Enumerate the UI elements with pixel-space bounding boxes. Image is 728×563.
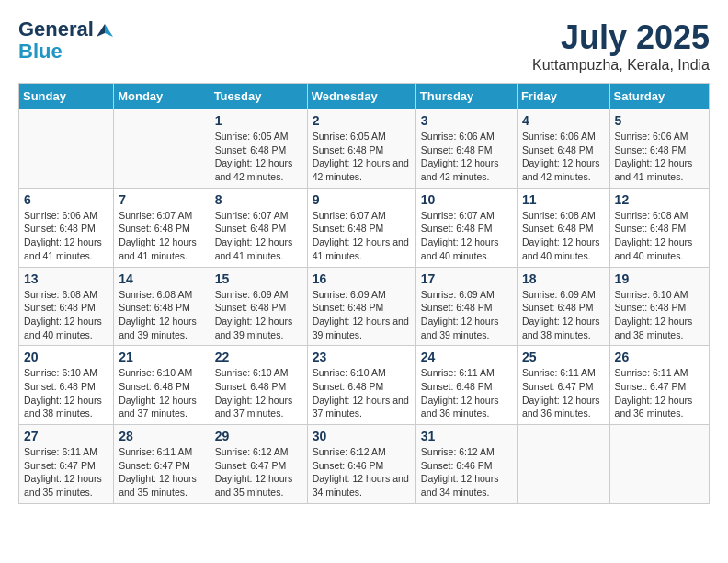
day-number: 25 [522,350,605,364]
day-info: Sunrise: 6:12 AM Sunset: 6:47 PM Dayligh… [215,445,302,500]
table-row: 8Sunrise: 6:07 AM Sunset: 6:48 PM Daylig… [210,188,307,267]
table-row: 23Sunrise: 6:10 AM Sunset: 6:48 PM Dayli… [307,346,415,425]
day-number: 31 [421,429,512,443]
day-info: Sunrise: 6:07 AM Sunset: 6:48 PM Dayligh… [421,209,512,263]
day-info: Sunrise: 6:06 AM Sunset: 6:48 PM Dayligh… [522,130,605,184]
table-row: 26Sunrise: 6:11 AM Sunset: 6:47 PM Dayli… [609,346,709,425]
day-info: Sunrise: 6:11 AM Sunset: 6:47 PM Dayligh… [615,366,704,420]
day-info: Sunrise: 6:06 AM Sunset: 6:48 PM Dayligh… [615,130,704,184]
calendar-header-row: Sunday Monday Tuesday Wednesday Thursday… [19,84,710,109]
col-thursday: Thursday [415,84,517,109]
table-row: 9Sunrise: 6:07 AM Sunset: 6:48 PM Daylig… [307,188,415,267]
table-row: 29Sunrise: 6:12 AM Sunset: 6:47 PM Dayli… [210,425,307,504]
table-row [517,425,609,504]
day-number: 24 [421,350,512,364]
table-row: 24Sunrise: 6:11 AM Sunset: 6:48 PM Dayli… [415,346,517,425]
table-row: 20Sunrise: 6:10 AM Sunset: 6:48 PM Dayli… [19,346,114,425]
month-year-title: July 2025 [532,18,710,57]
day-info: Sunrise: 6:05 AM Sunset: 6:48 PM Dayligh… [215,130,302,184]
day-number: 15 [215,271,302,286]
day-number: 4 [522,113,605,128]
day-info: Sunrise: 6:12 AM Sunset: 6:46 PM Dayligh… [313,445,411,500]
table-row [19,109,114,189]
svg-marker-0 [105,24,113,37]
table-row: 18Sunrise: 6:09 AM Sunset: 6:48 PM Dayli… [517,267,609,346]
table-row: 5Sunrise: 6:06 AM Sunset: 6:48 PM Daylig… [609,109,709,189]
day-info: Sunrise: 6:10 AM Sunset: 6:48 PM Dayligh… [615,288,704,342]
table-row: 2Sunrise: 6:05 AM Sunset: 6:48 PM Daylig… [307,109,415,189]
table-row: 22Sunrise: 6:10 AM Sunset: 6:48 PM Dayli… [210,346,307,425]
day-number: 23 [313,350,411,364]
table-row: 10Sunrise: 6:07 AM Sunset: 6:48 PM Dayli… [415,188,517,267]
col-wednesday: Wednesday [307,84,415,109]
calendar-week-row: 6Sunrise: 6:06 AM Sunset: 6:48 PM Daylig… [19,188,710,267]
table-row: 31Sunrise: 6:12 AM Sunset: 6:46 PM Dayli… [415,425,517,504]
logo-blue-text: Blue [18,40,114,63]
table-row: 21Sunrise: 6:10 AM Sunset: 6:48 PM Dayli… [114,346,210,425]
col-friday: Friday [517,84,609,109]
table-row: 27Sunrise: 6:11 AM Sunset: 6:47 PM Dayli… [19,425,114,504]
day-info: Sunrise: 6:08 AM Sunset: 6:48 PM Dayligh… [119,288,204,342]
day-number: 19 [615,271,704,286]
day-info: Sunrise: 6:11 AM Sunset: 6:48 PM Dayligh… [421,366,512,420]
day-number: 3 [421,113,512,128]
logo-text: General [18,18,114,40]
table-row: 19Sunrise: 6:10 AM Sunset: 6:48 PM Dayli… [609,267,709,346]
day-info: Sunrise: 6:07 AM Sunset: 6:48 PM Dayligh… [215,209,302,263]
day-info: Sunrise: 6:09 AM Sunset: 6:48 PM Dayligh… [421,288,512,342]
day-info: Sunrise: 6:05 AM Sunset: 6:48 PM Dayligh… [313,130,411,184]
page-header: General Blue July 2025 Kuttampuzha, Kera… [18,18,710,74]
col-monday: Monday [114,84,210,109]
calendar-table: Sunday Monday Tuesday Wednesday Thursday… [18,83,710,504]
day-number: 14 [119,271,204,286]
calendar-week-row: 1Sunrise: 6:05 AM Sunset: 6:48 PM Daylig… [19,109,710,189]
location-subtitle: Kuttampuzha, Kerala, India [532,57,710,74]
day-number: 1 [215,113,302,128]
table-row: 12Sunrise: 6:08 AM Sunset: 6:48 PM Dayli… [609,188,709,267]
day-number: 2 [313,113,411,128]
day-number: 26 [615,350,704,364]
day-info: Sunrise: 6:08 AM Sunset: 6:48 PM Dayligh… [24,288,108,342]
calendar-week-row: 27Sunrise: 6:11 AM Sunset: 6:47 PM Dayli… [19,425,710,504]
title-block: July 2025 Kuttampuzha, Kerala, India [532,18,710,74]
table-row: 28Sunrise: 6:11 AM Sunset: 6:47 PM Dayli… [114,425,210,504]
day-info: Sunrise: 6:07 AM Sunset: 6:48 PM Dayligh… [313,209,411,263]
day-number: 21 [119,350,204,364]
day-number: 6 [24,192,108,207]
table-row: 16Sunrise: 6:09 AM Sunset: 6:48 PM Dayli… [307,267,415,346]
table-row: 25Sunrise: 6:11 AM Sunset: 6:47 PM Dayli… [517,346,609,425]
day-number: 27 [24,429,108,443]
day-info: Sunrise: 6:12 AM Sunset: 6:46 PM Dayligh… [421,445,512,500]
table-row: 4Sunrise: 6:06 AM Sunset: 6:48 PM Daylig… [517,109,609,189]
table-row [114,109,210,189]
svg-marker-1 [97,24,105,37]
col-tuesday: Tuesday [210,84,307,109]
day-number: 29 [215,429,302,443]
day-number: 20 [24,350,108,364]
logo-sail-icon [96,22,114,39]
table-row: 3Sunrise: 6:06 AM Sunset: 6:48 PM Daylig… [415,109,517,189]
table-row: 6Sunrise: 6:06 AM Sunset: 6:48 PM Daylig… [19,188,114,267]
day-info: Sunrise: 6:10 AM Sunset: 6:48 PM Dayligh… [313,366,411,420]
day-number: 22 [215,350,302,364]
day-info: Sunrise: 6:08 AM Sunset: 6:48 PM Dayligh… [522,209,605,263]
day-info: Sunrise: 6:07 AM Sunset: 6:48 PM Dayligh… [119,209,204,263]
table-row: 13Sunrise: 6:08 AM Sunset: 6:48 PM Dayli… [19,267,114,346]
day-number: 12 [615,192,704,207]
day-number: 11 [522,192,605,207]
day-number: 7 [119,192,204,207]
col-saturday: Saturday [609,84,709,109]
day-number: 28 [119,429,204,443]
day-number: 18 [522,271,605,286]
day-number: 10 [421,192,512,207]
day-info: Sunrise: 6:10 AM Sunset: 6:48 PM Dayligh… [24,366,108,420]
day-number: 9 [313,192,411,207]
logo: General Blue [18,18,114,63]
day-number: 8 [215,192,302,207]
calendar-week-row: 20Sunrise: 6:10 AM Sunset: 6:48 PM Dayli… [19,346,710,425]
day-number: 30 [313,429,411,443]
day-info: Sunrise: 6:09 AM Sunset: 6:48 PM Dayligh… [313,288,411,342]
day-info: Sunrise: 6:10 AM Sunset: 6:48 PM Dayligh… [119,366,204,420]
day-info: Sunrise: 6:09 AM Sunset: 6:48 PM Dayligh… [522,288,605,342]
table-row: 7Sunrise: 6:07 AM Sunset: 6:48 PM Daylig… [114,188,210,267]
